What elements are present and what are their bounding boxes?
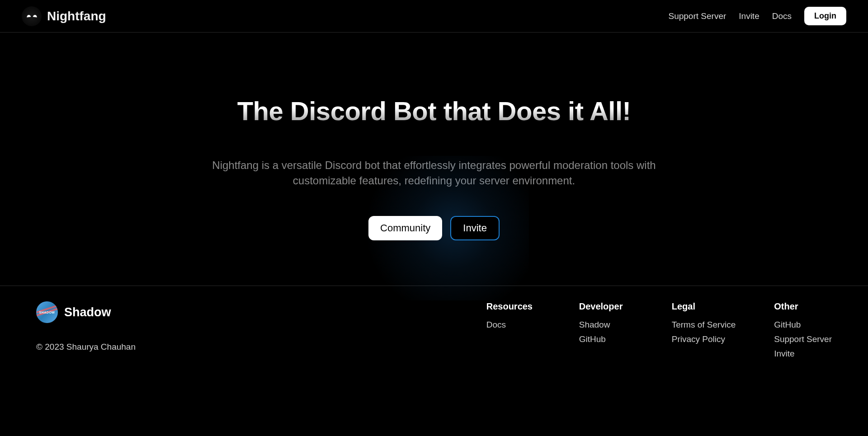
hero: The Discord Bot that Does it All! Nightf… — [0, 33, 868, 286]
footer-col-title: Developer — [579, 301, 633, 312]
nav-link-support-server[interactable]: Support Server — [669, 11, 726, 21]
brand[interactable]: Nightfang — [22, 6, 106, 26]
nightfang-logo-icon — [22, 6, 42, 26]
nav: Support Server Invite Docs Login — [669, 7, 847, 25]
hero-actions: Community Invite — [368, 216, 500, 240]
footer-brand[interactable]: SHADOW Shadow — [36, 301, 136, 323]
footer-col-other: Other GitHub Support Server Invite — [774, 301, 832, 363]
hero-description: Nightfang is a versatile Discord bot tha… — [185, 158, 683, 188]
footer-col-title: Other — [774, 301, 832, 312]
footer-link-github[interactable]: GitHub — [579, 334, 633, 344]
nav-link-invite[interactable]: Invite — [739, 11, 759, 21]
header: Nightfang Support Server Invite Docs Log… — [0, 0, 868, 33]
hero-title: The Discord Bot that Does it All! — [237, 96, 631, 126]
footer-columns: Resources Docs Developer Shadow GitHub L… — [486, 301, 832, 363]
footer-link-github-other[interactable]: GitHub — [774, 320, 832, 330]
footer-col-resources: Resources Docs — [486, 301, 541, 363]
footer: SHADOW Shadow © 2023 Shaurya Chauhan Res… — [0, 286, 868, 381]
footer-col-title: Legal — [672, 301, 736, 312]
footer-link-support-server[interactable]: Support Server — [774, 334, 832, 344]
brand-name: Nightfang — [47, 9, 106, 23]
footer-brand-name: Shadow — [64, 305, 111, 319]
nav-link-docs[interactable]: Docs — [772, 11, 792, 21]
footer-link-shadow[interactable]: Shadow — [579, 320, 633, 330]
footer-col-title: Resources — [486, 301, 541, 312]
footer-link-terms[interactable]: Terms of Service — [672, 320, 736, 330]
footer-col-legal: Legal Terms of Service Privacy Policy — [672, 301, 736, 363]
footer-col-developer: Developer Shadow GitHub — [579, 301, 633, 363]
login-button[interactable]: Login — [804, 7, 846, 25]
footer-copyright: © 2023 Shaurya Chauhan — [36, 342, 136, 352]
community-button[interactable]: Community — [368, 216, 442, 240]
footer-link-privacy[interactable]: Privacy Policy — [672, 334, 736, 344]
invite-button[interactable]: Invite — [450, 216, 500, 240]
footer-link-invite[interactable]: Invite — [774, 349, 832, 359]
footer-link-docs[interactable]: Docs — [486, 320, 541, 330]
shadow-logo-icon: SHADOW — [36, 301, 58, 323]
footer-left: SHADOW Shadow © 2023 Shaurya Chauhan — [36, 301, 136, 363]
